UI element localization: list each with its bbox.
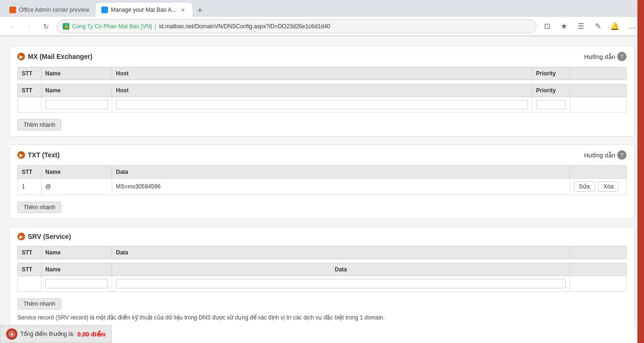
txt-col-data: Data — [112, 166, 570, 179]
tab2-label: Manage your Mat Bao A... — [111, 7, 176, 13]
favorites-button[interactable]: ★ — [557, 20, 570, 33]
txt-guide-label: Hướng dẫn — [584, 152, 615, 159]
sidebar-button[interactable]: ⊡ — [540, 20, 553, 33]
mx-add-button[interactable]: Thêm nhanh — [17, 119, 61, 131]
txt-title-text: TXT (Text) — [28, 151, 59, 159]
txt-col-stt: STT — [18, 166, 41, 179]
mx-section-title: ▶ MX (Mail Exchanger) — [17, 53, 92, 60]
txt-section-header: ▶ TXT (Text) Hướng dẫn ? — [17, 150, 627, 160]
mx-col-host-2: Host — [112, 84, 532, 97]
page-content: ▶ MX (Mail Exchanger) Hướng dẫn ? STT Na… — [0, 36, 644, 327]
mx-input-host[interactable] — [112, 97, 532, 113]
srv-col-stt-2: STT — [18, 263, 41, 276]
mx-input-name[interactable] — [41, 97, 112, 113]
mx-section: ▶ MX (Mail Exchanger) Hướng dẫn ? STT Na… — [9, 46, 635, 137]
mx-input-stt — [18, 97, 41, 113]
mx-section-icon: ▶ — [17, 53, 25, 60]
browser-chrome: Office Admin center preview Manage your … — [0, 0, 644, 36]
mx-input-actions — [570, 97, 627, 113]
srv-table-1: STT Name Data — [17, 246, 627, 259]
tab2-favicon — [101, 7, 108, 13]
srv-input-row — [18, 276, 627, 292]
mx-col-actions-2 — [570, 84, 627, 97]
txt-row1-data: MS=ms30594596 — [112, 179, 570, 195]
back-button[interactable]: ‹ — [6, 20, 19, 33]
srv-col-actions-2 — [570, 263, 627, 276]
mx-table-1: STT Name Host Priority — [17, 67, 627, 80]
txt-row1-stt: 1 — [18, 179, 41, 195]
srv-section: ▶ SRV (Service) STT Name Data STT Nam — [9, 227, 635, 327]
collection-button[interactable]: ☰ — [574, 20, 587, 33]
srv-section-header: ▶ SRV (Service) — [17, 233, 627, 240]
footer-icon — [6, 328, 17, 340]
txt-guide-button[interactable]: Hướng dẫn ? — [584, 150, 627, 160]
tab-office-admin[interactable]: Office Admin center preview — [4, 3, 95, 17]
srv-col-actions-1 — [570, 246, 627, 259]
mx-input-row — [18, 97, 627, 113]
mx-title-text: MX (Mail Exchanger) — [28, 53, 92, 60]
mx-col-name-2: Name — [41, 84, 112, 97]
mx-guide-label: Hướng dẫn — [584, 53, 615, 60]
txt-section-icon: ▶ — [17, 151, 25, 159]
srv-col-name-1: Name — [41, 246, 112, 259]
mx-col-name-1: Name — [41, 67, 112, 80]
srv-section-icon: ▶ — [17, 233, 25, 240]
footer-label: Tổng điểm thưởng là: — [20, 331, 74, 337]
tab1-label: Office Admin center preview — [19, 7, 89, 13]
srv-add-button[interactable]: Thêm nhanh — [17, 298, 61, 310]
footer-value: 0,00 điểm — [77, 331, 106, 338]
mx-guide-button[interactable]: Hướng dẫn ? — [584, 52, 627, 61]
srv-col-data-1: Data — [112, 246, 570, 259]
txt-help-icon: ? — [617, 150, 627, 160]
url-protocol-label: Cong Ty Co Phan Mat Bao [VN] — [72, 23, 152, 30]
txt-section: ▶ TXT (Text) Hướng dẫn ? STT Name Data 1 — [9, 144, 635, 219]
mx-col-stt-1: STT — [18, 67, 41, 80]
tab2-close-icon[interactable]: ✕ — [179, 6, 187, 14]
notifications-button[interactable]: 🔔 — [608, 20, 621, 33]
mx-table-2: STT Name Host Priority — [17, 84, 627, 113]
srv-input-name[interactable] — [41, 276, 112, 292]
forward-button[interactable]: › — [23, 20, 36, 33]
srv-col-name-2: Name — [41, 263, 112, 276]
security-icon — [63, 23, 69, 30]
txt-add-button[interactable]: Thêm nhanh — [17, 202, 61, 213]
immersive-reader-button[interactable]: ✎ — [591, 20, 604, 33]
txt-row1-name: @ — [41, 179, 112, 195]
srv-col-data-2: Data — [112, 263, 570, 276]
tab-matbao[interactable]: Manage your Mat Bao A... ✕ — [96, 3, 192, 17]
right-accent-bar — [637, 0, 644, 343]
mx-col-host-1: Host — [112, 67, 532, 80]
mx-input-priority[interactable] — [532, 97, 570, 113]
warning-icon — [8, 331, 15, 337]
txt-row1-delete-button[interactable]: Xóa — [598, 181, 619, 192]
mx-col-priority-1: Priority — [532, 67, 570, 80]
tab1-favicon — [9, 7, 16, 13]
txt-col-name: Name — [41, 166, 112, 179]
menu-button[interactable]: … — [625, 20, 638, 33]
url-bar[interactable]: Cong Ty Co Phan Mat Bao [VN] | id.matbao… — [57, 19, 537, 33]
txt-row1-actions: Sửa Xóa — [570, 179, 627, 195]
refresh-button[interactable]: ↻ — [40, 20, 53, 33]
mx-col-priority-2: Priority — [532, 84, 570, 97]
tab-bar: Office Admin center preview Manage your … — [0, 0, 644, 17]
srv-table-2: STT Name Data — [17, 263, 627, 292]
txt-section-title: ▶ TXT (Text) — [17, 151, 59, 159]
srv-section-title: ▶ SRV (Service) — [17, 233, 71, 240]
mx-col-stt-2: STT — [18, 84, 41, 97]
mx-help-icon: ? — [617, 52, 627, 61]
footer-notification: Tổng điểm thưởng là: 0,00 điểm — [0, 325, 112, 343]
mx-section-header: ▶ MX (Mail Exchanger) Hướng dẫn ? — [17, 52, 627, 61]
url-separator: | — [155, 23, 156, 30]
srv-description: Service record (SRV record) là một đặc đ… — [17, 313, 627, 322]
new-tab-button[interactable]: + — [193, 4, 206, 17]
mx-col-actions-1 — [570, 67, 627, 80]
txt-row1-edit-button[interactable]: Sửa — [574, 181, 595, 192]
address-bar: ‹ › ↻ Cong Ty Co Phan Mat Bao [VN] | id.… — [0, 17, 644, 36]
srv-col-stt-1: STT — [18, 246, 41, 259]
srv-input-data[interactable] — [112, 276, 570, 292]
txt-table: STT Name Data 1 @ MS=ms30594596 Sửa Xóa — [17, 165, 627, 195]
srv-input-actions — [570, 276, 627, 292]
txt-row-1: 1 @ MS=ms30594596 Sửa Xóa — [18, 179, 627, 195]
txt-col-actions — [570, 166, 627, 179]
srv-title-text: SRV (Service) — [28, 233, 71, 240]
